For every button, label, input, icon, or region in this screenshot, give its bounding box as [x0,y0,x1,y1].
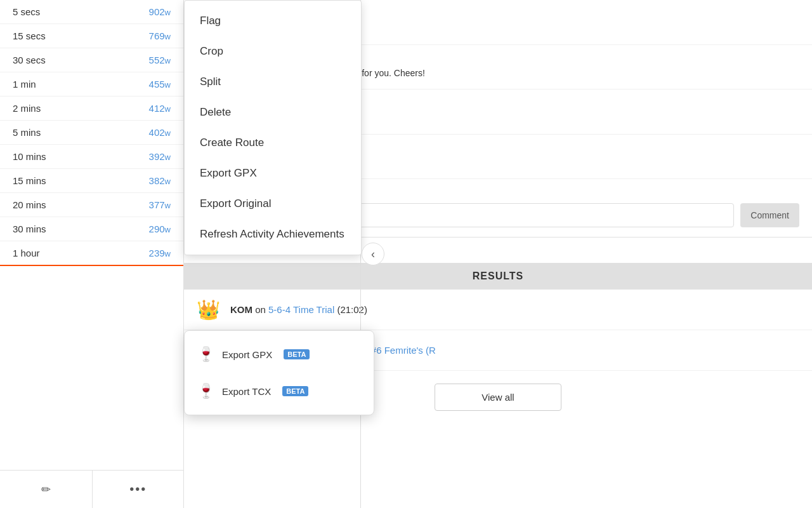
power-value: 402w [149,127,171,138]
power-value: 769w [149,30,171,41]
sub-menu-item-label: Export GPX [222,349,272,360]
wine-icon: 🍷 [197,346,214,363]
context-menu-item[interactable]: Export Original [185,189,361,219]
beta-badge: BETA [284,349,310,359]
comment-submit-button[interactable]: Comment [740,203,799,227]
more-icon: ••• [129,482,147,497]
power-row: 2 mins 412w [0,97,183,121]
results-header: RESULTS [184,263,812,290]
power-row: 10 mins 392w [0,145,183,169]
power-value: 392w [149,151,171,162]
edit-button[interactable]: ✏ [0,471,93,508]
power-label: 30 mins [13,224,46,234]
power-value: 290w [149,224,171,234]
context-menu-item[interactable]: Create Route [185,128,361,158]
power-row: 1 min 455w [0,72,183,97]
power-value: 382w [149,175,171,186]
sub-menu-item[interactable]: 🍷 Export GPX BETA [185,336,374,373]
power-value: 902w [149,6,171,17]
result-text: KOM on 5-6-4 Time Trial (21:02) [230,304,367,315]
view-all-button[interactable]: View all [435,384,561,411]
nav-arrow[interactable]: ‹ [362,243,384,265]
context-menu-item[interactable]: Flag [185,6,361,36]
power-label: 2 mins [13,103,41,114]
power-value: 239w [149,248,171,258]
beta-badge: BETA [282,386,308,396]
power-label: 15 secs [13,30,46,41]
power-label: 20 mins [13,199,46,210]
power-table: 5 secs 902w 15 secs 769w 30 secs 552w 1 … [0,0,183,266]
result-link[interactable]: 5-6-4 Time Trial [268,304,334,315]
power-row: 1 hour 239w [0,241,183,266]
power-label: 10 mins [13,151,46,162]
result-badge: 👑 [197,298,220,321]
power-row: 15 mins 382w [0,169,183,193]
power-row: 5 secs 902w [0,0,183,24]
bottom-toolbar: ✏ ••• [0,470,184,508]
power-row: 20 mins 377w [0,193,183,217]
power-value: 377w [149,199,171,210]
sub-menu-item-label: Export TCX [222,386,271,397]
power-label: 15 mins [13,175,46,186]
power-value: 552w [149,55,171,65]
context-menu-item[interactable]: Split [185,67,361,97]
context-menu-item[interactable]: Crop [185,36,361,67]
more-button[interactable]: ••• [93,471,185,508]
sub-menu: 🍷 Export GPX BETA 🍷 Export TCX BETA [184,330,374,415]
power-value: 455w [149,79,171,90]
page-container: 5 secs 902w 15 secs 769w 30 secs 552w 1 … [0,0,812,508]
power-label: 30 secs [13,55,46,65]
power-row: 30 mins 290w [0,217,183,241]
result-item: 👑 KOM on 5-6-4 Time Trial (21:02) [184,290,812,330]
power-label: 1 hour [13,248,40,258]
power-label: 1 min [13,79,36,90]
wine-icon: 🍷 [197,383,214,399]
sub-menu-item[interactable]: 🍷 Export TCX BETA [185,373,374,410]
power-value: 412w [149,103,171,114]
power-row: 5 mins 402w [0,121,183,145]
context-menu: FlagCropSplitDeleteCreate RouteExport GP… [184,0,362,255]
context-menu-item[interactable]: Export GPX [185,158,361,189]
power-row: 15 secs 769w [0,24,183,48]
left-panel: 5 secs 902w 15 secs 769w 30 secs 552w 1 … [0,0,184,508]
power-label: 5 mins [13,127,41,138]
context-menu-item[interactable]: Refresh Activity Achievements [185,219,361,250]
context-menu-item[interactable]: Delete [185,97,361,128]
edit-icon: ✏ [41,483,51,497]
power-label: 5 secs [13,6,40,17]
power-row: 30 secs 552w [0,48,183,72]
